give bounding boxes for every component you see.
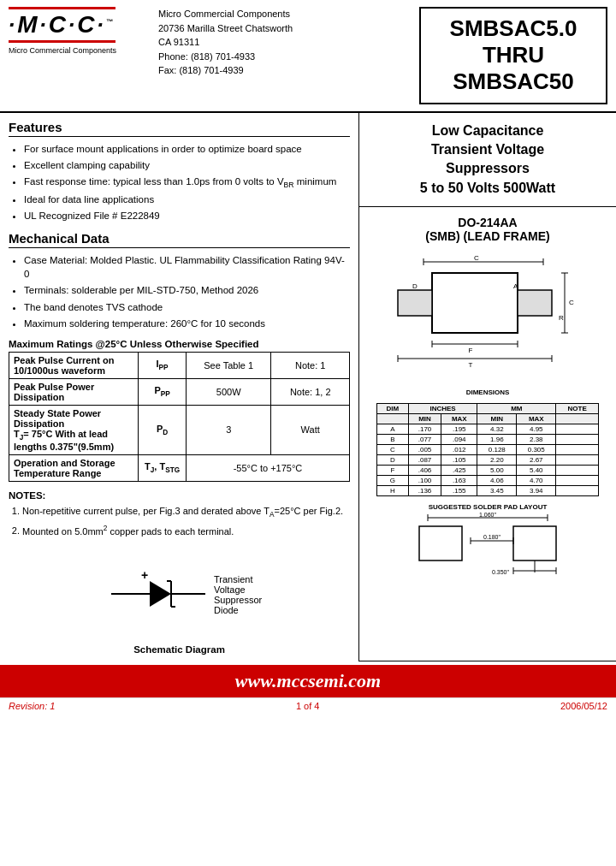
feature-item-1: For surface mount applications in order …	[24, 142, 350, 156]
product-desc-text: Low Capacitance Transient Voltage Suppre…	[368, 122, 607, 199]
fax: Fax: (818) 701-4939	[158, 63, 419, 78]
company-info: Micro Commercial Components 20736 Marill…	[145, 7, 419, 104]
phone: Phone: (818) 701-4933	[158, 50, 419, 64]
part-number-box: SMBSAC5.0THRUSMBSAC50	[419, 7, 607, 104]
row2-note: Note: 1, 2	[271, 378, 350, 405]
desc-line2: Transient Voltage	[431, 142, 544, 157]
date-label: 2006/05/12	[560, 701, 607, 711]
svg-text:0.180": 0.180"	[483, 534, 501, 540]
logo-dot-mid2: ·	[68, 12, 77, 38]
row2-desc: Peak Pulse Power Dissipation	[9, 378, 139, 405]
dim-max-in: MAX	[441, 414, 477, 424]
dim-col-inches: INCHES	[408, 404, 477, 414]
mech-item-4: Maximum soldering temperature: 260°C for…	[24, 317, 350, 330]
dim-note	[556, 414, 599, 424]
dim-blank	[377, 414, 409, 424]
dim-row-a: A.170.1954.324.95	[377, 424, 599, 435]
feature-item-3: Fast response time: typical less than 1.…	[24, 175, 350, 190]
svg-text:Transient: Transient	[214, 574, 252, 584]
svg-text:T: T	[469, 361, 473, 369]
row3-sym: PD	[139, 405, 187, 454]
dimensions-table: DIM INCHES MM NOTE MIN MAX MIN MAX A.170…	[376, 403, 599, 496]
table-row-4: Operation and Storage Temperature Range …	[9, 454, 350, 481]
row3-desc: Steady State Power DissipationTJ= 75°C W…	[9, 405, 139, 454]
row1-desc: Peak Pulse Current on 10/1000us waveform	[9, 352, 139, 378]
feature-item-2: Excellent clamping capability	[24, 158, 350, 172]
features-list: For surface mount applications in order …	[9, 142, 350, 223]
dim-header-row: DIM INCHES MM NOTE	[377, 404, 599, 414]
svg-text:C: C	[569, 299, 574, 306]
desc-line4: 5 to 50 Volts 500Watt	[420, 181, 555, 195]
svg-rect-17	[518, 290, 552, 316]
footer-bar: www.mccsemi.com	[0, 665, 616, 697]
svg-text:Suppressor: Suppressor	[214, 595, 263, 605]
table-row-1: Peak Pulse Current on 10/1000us waveform…	[9, 352, 350, 378]
desc-line1: Low Capacitance	[432, 123, 544, 138]
row3-val: 3	[186, 405, 271, 454]
dim-row-d: D.087.1052.202.67	[377, 455, 599, 466]
row3-unit: Watt	[271, 405, 350, 454]
note-item-1: Non-repetitive current pulse, per Fig.3 …	[22, 504, 350, 521]
svg-text:F: F	[469, 347, 473, 354]
logo-dot-mid1: ·	[40, 12, 49, 38]
diagram-title-line1: DO-214AA	[458, 216, 517, 229]
header: ·M·C·C·™ Micro Commercial Components Mic…	[0, 0, 616, 113]
svg-rect-16	[398, 290, 432, 316]
svg-text:0.350": 0.350"	[492, 569, 510, 575]
dimensions-title: DIMENSIONS	[466, 389, 510, 396]
dim-max-mm: MAX	[517, 414, 556, 424]
company-name: Micro Commercial Components	[158, 7, 419, 21]
main-content: Features For surface mount applications …	[0, 113, 616, 661]
product-desc-box: Low Capacitance Transient Voltage Suppre…	[359, 113, 616, 208]
diagram-box: DO-214AA (SMB) (LEAD FRAME) C D A C	[359, 207, 616, 661]
svg-rect-38	[513, 526, 556, 561]
svg-text:+: +	[141, 568, 148, 582]
ratings-title: Maximum Ratings @25°C Unless Otherwise S…	[9, 339, 350, 349]
schematic-area: + Transient Voltage Suppressor Diode Sch…	[9, 547, 350, 655]
schematic-svg: + Transient Voltage Suppressor Diode	[94, 547, 265, 641]
logo-subtitle: Micro Commercial Components	[9, 46, 116, 55]
revision-label: Revision: 1	[9, 701, 55, 711]
dim-row-c: C.005.0120.1280.305	[377, 445, 599, 455]
logo-tm: ™	[106, 18, 116, 26]
notes-section: NOTES: Non-repetitive current pulse, per…	[9, 490, 350, 538]
features-header: Features	[9, 120, 350, 137]
svg-text:A: A	[513, 282, 518, 290]
row2-sym: PPP	[139, 378, 187, 405]
row1-sym: IPP	[139, 352, 187, 378]
svg-text:R: R	[559, 314, 564, 322]
notes-list: Non-repetitive current pulse, per Fig.3 …	[9, 504, 350, 538]
row4-desc: Operation and Storage Temperature Range	[9, 454, 139, 481]
mech-item-1: Case Material: Molded Plastic. UL Flamma…	[24, 253, 350, 281]
solder-pad-title: SUGGESTED SOLDER PAD LAYOUT	[429, 503, 548, 511]
feature-item-5: UL Recognized File # E222849	[24, 209, 350, 222]
logo-section: ·M·C·C·™ Micro Commercial Components	[9, 7, 145, 104]
dim-min-mm: MIN	[477, 414, 517, 424]
svg-text:1.060": 1.060"	[479, 512, 497, 518]
dim-row-g: G.100.1634.064.70	[377, 476, 599, 486]
note-item-2: Mounted on 5.0mm2 copper pads to each te…	[22, 524, 350, 538]
footer-bottom: Revision: 1 1 of 4 2006/05/12	[0, 697, 616, 714]
svg-rect-37	[419, 526, 462, 561]
diagram-title: DO-214AA (SMB) (LEAD FRAME)	[425, 216, 549, 243]
row1-val: See Table 1	[186, 352, 271, 378]
part-number-text: SMBSAC5.0THRUSMBSAC50	[450, 15, 578, 96]
row4-val: -55°C to +175°C	[186, 454, 349, 481]
row2-val: 500W	[186, 378, 271, 405]
package-diagram-svg: C D A C F	[372, 252, 603, 389]
row1-note: Note: 1	[271, 352, 350, 378]
mech-item-3: The band denotes TVS cathode	[24, 300, 350, 314]
notes-title: NOTES:	[9, 490, 350, 501]
svg-text:C: C	[474, 254, 479, 262]
dim-subheader-row: MIN MAX MIN MAX	[377, 414, 599, 424]
ratings-table: Peak Pulse Current on 10/1000us waveform…	[9, 352, 350, 482]
feature-item-4: Ideal for data line applications	[24, 193, 350, 206]
address-line2: CA 91311	[158, 35, 419, 50]
schematic-label: Schematic Diagram	[133, 644, 225, 655]
diagram-title-line2: (SMB) (LEAD FRAME)	[425, 229, 549, 243]
footer-url: www.mccsemi.com	[235, 670, 381, 692]
svg-rect-15	[432, 273, 518, 333]
row4-sym: TJ, TSTG	[139, 454, 187, 481]
desc-line3: Suppressors	[446, 161, 530, 175]
mechanical-list: Case Material: Molded Plastic. UL Flamma…	[9, 253, 350, 329]
